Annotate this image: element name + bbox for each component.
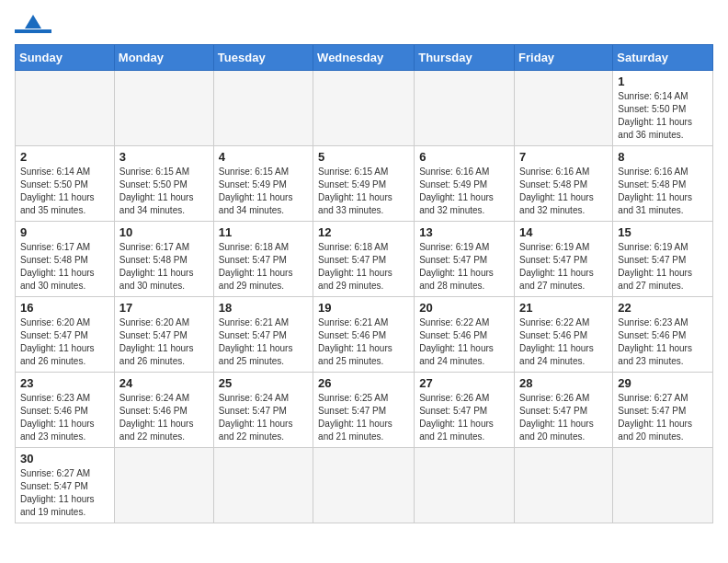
- day-number: 14: [519, 225, 608, 239]
- calendar-cell: 24Sunrise: 6:24 AM Sunset: 5:46 PM Dayli…: [114, 373, 213, 448]
- day-info: Sunrise: 6:18 AM Sunset: 5:47 PM Dayligh…: [318, 241, 409, 293]
- day-number: 23: [20, 376, 109, 390]
- calendar-cell: 10Sunrise: 6:17 AM Sunset: 5:48 PM Dayli…: [114, 222, 213, 297]
- calendar-cell: 18Sunrise: 6:21 AM Sunset: 5:47 PM Dayli…: [213, 297, 313, 373]
- day-number: 17: [119, 301, 209, 315]
- day-info: Sunrise: 6:15 AM Sunset: 5:49 PM Dayligh…: [219, 166, 308, 217]
- day-info: Sunrise: 6:22 AM Sunset: 5:46 PM Dayligh…: [519, 316, 608, 368]
- day-number: 7: [519, 150, 608, 164]
- day-info: Sunrise: 6:14 AM Sunset: 5:50 PM Dayligh…: [20, 166, 109, 217]
- calendar-cell: 29Sunrise: 6:27 AM Sunset: 5:47 PM Dayli…: [613, 373, 713, 448]
- calendar-cell: 14Sunrise: 6:19 AM Sunset: 5:47 PM Dayli…: [515, 222, 613, 297]
- week-row-1: 2Sunrise: 6:14 AM Sunset: 5:50 PM Daylig…: [16, 146, 713, 222]
- week-row-2: 9Sunrise: 6:17 AM Sunset: 5:48 PM Daylig…: [16, 222, 713, 297]
- day-number: 1: [618, 75, 708, 88]
- calendar-cell: [415, 71, 515, 146]
- day-info: Sunrise: 6:21 AM Sunset: 5:47 PM Dayligh…: [219, 316, 308, 368]
- calendar-cell: 17Sunrise: 6:20 AM Sunset: 5:47 PM Dayli…: [114, 297, 213, 373]
- day-number: 5: [318, 150, 409, 164]
- day-number: 25: [219, 376, 308, 390]
- calendar-header: SundayMondayTuesdayWednesdayThursdayFrid…: [16, 45, 713, 71]
- day-number: 30: [20, 452, 109, 465]
- calendar-table: SundayMondayTuesdayWednesdayThursdayFrid…: [15, 44, 713, 523]
- day-number: 27: [419, 376, 509, 390]
- day-number: 28: [519, 376, 608, 390]
- day-number: 13: [419, 225, 509, 239]
- day-info: Sunrise: 6:19 AM Sunset: 5:47 PM Dayligh…: [618, 241, 708, 293]
- calendar-cell: 3Sunrise: 6:15 AM Sunset: 5:50 PM Daylig…: [114, 146, 213, 222]
- calendar-cell: 6Sunrise: 6:16 AM Sunset: 5:49 PM Daylig…: [415, 146, 515, 222]
- day-number: 18: [219, 301, 308, 315]
- calendar-cell: 4Sunrise: 6:15 AM Sunset: 5:49 PM Daylig…: [213, 146, 313, 222]
- calendar-body: 1Sunrise: 6:14 AM Sunset: 5:50 PM Daylig…: [16, 71, 713, 523]
- day-info: Sunrise: 6:21 AM Sunset: 5:46 PM Dayligh…: [318, 316, 409, 368]
- day-number: 6: [419, 150, 509, 164]
- calendar-cell: 27Sunrise: 6:26 AM Sunset: 5:47 PM Dayli…: [415, 373, 515, 448]
- weekday-header-wednesday: Wednesday: [313, 45, 415, 71]
- day-info: Sunrise: 6:20 AM Sunset: 5:47 PM Dayligh…: [119, 316, 209, 368]
- day-info: Sunrise: 6:17 AM Sunset: 5:48 PM Dayligh…: [20, 241, 109, 293]
- calendar-cell: [114, 448, 213, 523]
- calendar-cell: [213, 448, 313, 523]
- day-info: Sunrise: 6:19 AM Sunset: 5:47 PM Dayligh…: [419, 241, 509, 293]
- calendar-cell: [16, 71, 115, 146]
- week-row-0: 1Sunrise: 6:14 AM Sunset: 5:50 PM Daylig…: [16, 71, 713, 146]
- weekday-header-tuesday: Tuesday: [213, 45, 313, 71]
- weekday-header-friday: Friday: [515, 45, 613, 71]
- day-info: Sunrise: 6:22 AM Sunset: 5:46 PM Dayligh…: [419, 316, 509, 368]
- day-number: 11: [219, 225, 308, 239]
- day-info: Sunrise: 6:16 AM Sunset: 5:48 PM Dayligh…: [618, 166, 708, 217]
- logo-icon: [15, 15, 51, 33]
- day-number: 8: [618, 150, 708, 164]
- day-number: 12: [318, 225, 409, 239]
- day-info: Sunrise: 6:26 AM Sunset: 5:47 PM Dayligh…: [419, 392, 509, 443]
- day-info: Sunrise: 6:14 AM Sunset: 5:50 PM Dayligh…: [618, 90, 708, 142]
- day-info: Sunrise: 6:15 AM Sunset: 5:50 PM Dayligh…: [119, 166, 209, 217]
- day-info: Sunrise: 6:16 AM Sunset: 5:48 PM Dayligh…: [519, 166, 608, 217]
- day-number: 15: [618, 225, 708, 239]
- day-number: 26: [318, 376, 409, 390]
- day-number: 4: [219, 150, 308, 164]
- day-info: Sunrise: 6:18 AM Sunset: 5:47 PM Dayligh…: [219, 241, 308, 293]
- header: [15, 15, 713, 33]
- week-row-5: 30Sunrise: 6:27 AM Sunset: 5:47 PM Dayli…: [16, 448, 713, 523]
- calendar-cell: 21Sunrise: 6:22 AM Sunset: 5:46 PM Dayli…: [515, 297, 613, 373]
- day-info: Sunrise: 6:23 AM Sunset: 5:46 PM Dayligh…: [618, 316, 708, 368]
- calendar-cell: 28Sunrise: 6:26 AM Sunset: 5:47 PM Dayli…: [515, 373, 613, 448]
- calendar-cell: 11Sunrise: 6:18 AM Sunset: 5:47 PM Dayli…: [213, 222, 313, 297]
- logo-triangle-icon: [25, 15, 41, 29]
- calendar-cell: 30Sunrise: 6:27 AM Sunset: 5:47 PM Dayli…: [16, 448, 115, 523]
- day-number: 3: [119, 150, 209, 164]
- day-number: 2: [20, 150, 109, 164]
- day-info: Sunrise: 6:27 AM Sunset: 5:47 PM Dayligh…: [20, 467, 109, 519]
- weekday-header-saturday: Saturday: [613, 45, 713, 71]
- day-info: Sunrise: 6:25 AM Sunset: 5:47 PM Dayligh…: [318, 392, 409, 443]
- calendar-cell: [515, 448, 613, 523]
- calendar-cell: 13Sunrise: 6:19 AM Sunset: 5:47 PM Dayli…: [415, 222, 515, 297]
- calendar-cell: [313, 71, 415, 146]
- calendar-cell: [415, 448, 515, 523]
- calendar-cell: [213, 71, 313, 146]
- day-info: Sunrise: 6:24 AM Sunset: 5:47 PM Dayligh…: [219, 392, 308, 443]
- day-number: 19: [318, 301, 409, 315]
- day-info: Sunrise: 6:15 AM Sunset: 5:49 PM Dayligh…: [318, 166, 409, 217]
- calendar-cell: [114, 71, 213, 146]
- day-info: Sunrise: 6:26 AM Sunset: 5:47 PM Dayligh…: [519, 392, 608, 443]
- calendar-cell: 5Sunrise: 6:15 AM Sunset: 5:49 PM Daylig…: [313, 146, 415, 222]
- weekday-header-sunday: Sunday: [16, 45, 115, 71]
- day-number: 20: [419, 301, 509, 315]
- calendar-cell: [515, 71, 613, 146]
- day-info: Sunrise: 6:20 AM Sunset: 5:47 PM Dayligh…: [20, 316, 109, 368]
- day-info: Sunrise: 6:19 AM Sunset: 5:47 PM Dayligh…: [519, 241, 608, 293]
- calendar-cell: [613, 448, 713, 523]
- logo-area: [15, 15, 55, 33]
- calendar-cell: 8Sunrise: 6:16 AM Sunset: 5:48 PM Daylig…: [613, 146, 713, 222]
- calendar-cell: 25Sunrise: 6:24 AM Sunset: 5:47 PM Dayli…: [213, 373, 313, 448]
- calendar-cell: 20Sunrise: 6:22 AM Sunset: 5:46 PM Dayli…: [415, 297, 515, 373]
- day-info: Sunrise: 6:27 AM Sunset: 5:47 PM Dayligh…: [618, 392, 708, 443]
- day-number: 22: [618, 301, 708, 315]
- day-info: Sunrise: 6:17 AM Sunset: 5:48 PM Dayligh…: [119, 241, 209, 293]
- logo-bar-icon: [15, 29, 51, 33]
- calendar-cell: 26Sunrise: 6:25 AM Sunset: 5:47 PM Dayli…: [313, 373, 415, 448]
- day-number: 24: [119, 376, 209, 390]
